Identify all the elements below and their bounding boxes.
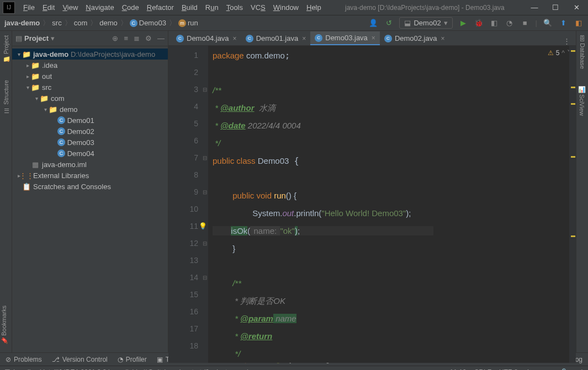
navigation-bar: java-demo〉 src〉 com〉 demo〉 CDemo03〉 mrun…	[0, 15, 588, 31]
left-tool-strip: 📁 Project ☰ Structure	[0, 31, 12, 352]
tab-demo04[interactable]: CDemo04.java×	[172, 31, 241, 45]
tree-demo[interactable]: ▾📁demo	[12, 104, 168, 115]
tool-problems[interactable]: ⊘Problems	[6, 356, 42, 363]
tree-scratches[interactable]: 📋Scratches and Consoles	[12, 181, 168, 192]
menu-view[interactable]: View	[59, 2, 81, 13]
code-content[interactable]: package com.demo; /** * @author 水滴 * @da…	[208, 46, 569, 363]
tool-profiler[interactable]: ◔Profiler	[118, 356, 147, 363]
tree-idea[interactable]: ▸📁.idea	[12, 60, 168, 71]
tree-out[interactable]: ▸📁out	[12, 71, 168, 82]
main-menu: File Edit View Navigate Code Refactor Bu…	[20, 2, 325, 13]
gutter[interactable]: 123⊟4567⊟89⊟1011💡12⊟1314⊟15161718	[168, 46, 208, 363]
close-button[interactable]: ✕	[567, 1, 586, 14]
error-stripe[interactable]	[569, 46, 576, 363]
expand-all-icon[interactable]: ≡	[124, 34, 128, 42]
bookmarks-tool[interactable]: 🔖 Bookmarks	[0, 305, 12, 345]
tool-project[interactable]: 📁 Project	[2, 35, 9, 63]
crumb-src[interactable]: src〉	[52, 18, 71, 28]
stop-button[interactable]: ■	[520, 18, 530, 28]
menu-vcs[interactable]: VCS	[247, 2, 269, 13]
coverage-button[interactable]: ◧	[489, 18, 499, 28]
menu-window[interactable]: Window	[270, 2, 302, 13]
right-tool-strip: 🗄 Database 📊 SciView	[576, 31, 588, 352]
tree-external[interactable]: ▸⋮⋮External Libraries	[12, 170, 168, 181]
tree-demo03[interactable]: C Demo03	[12, 137, 168, 148]
close-icon[interactable]: ×	[302, 35, 306, 42]
readonly-icon[interactable]: 🔓	[560, 368, 568, 371]
title-bar: IJ File Edit View Navigate Code Refactor…	[0, 0, 588, 15]
crumb-project[interactable]: java-demo〉	[4, 18, 50, 28]
back-arrow-icon[interactable]: ↺	[384, 18, 394, 28]
crumb-class[interactable]: CDemo03〉	[130, 18, 176, 28]
tree-com[interactable]: ▾📁com	[12, 93, 168, 104]
menu-code[interactable]: Code	[119, 2, 142, 13]
tree-demo01[interactable]: C Demo01	[12, 115, 168, 126]
indent[interactable]: 4 spaces	[526, 368, 552, 371]
project-tree-panel: ▤Project▾ ⊕ ≡ ≣ ⚙ — ▾📁java-demo D:\IdeaP…	[12, 31, 168, 352]
tabs-more-icon[interactable]: ⋮	[558, 37, 576, 45]
window-title: java-demo [D:\IdeaProjects\java-demo] - …	[325, 4, 525, 12]
editor: CDemo04.java× CDemo01.java× CDemo03.java…	[168, 31, 576, 352]
menu-navigate[interactable]: Navigate	[82, 2, 117, 13]
settings-icon[interactable]: ⚙	[145, 34, 152, 42]
tool-sciview[interactable]: 📊 SciView	[579, 85, 586, 116]
ide-icon[interactable]: ◧	[574, 18, 584, 28]
intention-bulb-icon[interactable]: 💡	[199, 218, 207, 235]
add-user-icon[interactable]: 👤	[368, 18, 378, 28]
close-icon[interactable]: ×	[233, 35, 237, 42]
menu-refactor[interactable]: Refactor	[144, 2, 177, 13]
run-config-selector[interactable]: ⬓Demo02▾	[399, 17, 452, 29]
status-message[interactable]: Localized IntelliJ IDEA 2021.3.3 is avai…	[13, 368, 250, 371]
tree-demo04[interactable]: C Demo04	[12, 148, 168, 159]
breadcrumb: java-demo〉 src〉 com〉 demo〉 CDemo03〉 mrun	[4, 18, 368, 28]
tool-database[interactable]: 🗄 Database	[579, 35, 586, 69]
tool-vcs[interactable]: ⎇Version Control	[52, 356, 108, 363]
menu-edit[interactable]: Edit	[39, 2, 58, 13]
hide-icon[interactable]: —	[157, 34, 165, 42]
sync-icon[interactable]: ⬆	[558, 18, 568, 28]
debug-button[interactable]: 🐞	[474, 18, 484, 28]
app-logo: IJ	[3, 2, 15, 14]
tool-structure[interactable]: ☰ Structure	[2, 80, 9, 114]
menu-tools[interactable]: Tools	[223, 2, 246, 13]
profile-button[interactable]: ◔	[505, 18, 515, 28]
tree-iml[interactable]: ▦java-demo.iml	[12, 159, 168, 170]
cursor-position[interactable]: 11:19	[450, 368, 467, 371]
search-icon[interactable]: 🔍	[543, 18, 553, 28]
menu-run[interactable]: Run	[202, 2, 222, 13]
menu-build[interactable]: Build	[178, 2, 201, 13]
crumb-method[interactable]: mrun	[178, 19, 198, 27]
close-icon[interactable]: ×	[441, 35, 444, 42]
crumb-demo[interactable]: demo〉	[99, 18, 128, 28]
project-tree: ▾📁java-demo D:\IdeaProjects\java-demo ▸📁…	[12, 46, 168, 352]
tree-src[interactable]: ▾📁src	[12, 82, 168, 93]
tree-demo02[interactable]: C Demo02	[12, 126, 168, 137]
crumb-com[interactable]: com〉	[74, 18, 98, 28]
maximize-button[interactable]: ☐	[546, 1, 565, 14]
run-button[interactable]: ▶	[458, 18, 468, 28]
select-opened-icon[interactable]: ⊕	[112, 34, 118, 42]
menu-file[interactable]: File	[20, 2, 38, 13]
status-icon[interactable]: ☐	[4, 368, 10, 371]
inspection-widget[interactable]: ⚠5^˅	[548, 49, 570, 57]
encoding[interactable]: UTF-8	[499, 368, 518, 371]
menu-help[interactable]: Help	[303, 2, 325, 13]
minimize-button[interactable]: —	[525, 1, 544, 14]
tree-root[interactable]: ▾📁java-demo D:\IdeaProjects\java-demo	[12, 49, 168, 60]
tab-demo02[interactable]: CDemo02.java×	[380, 31, 449, 45]
tab-demo01[interactable]: CDemo01.java×	[241, 31, 311, 45]
status-bar: ☐Localized IntelliJ IDEA 2021.3.3 is ava…	[0, 366, 588, 370]
close-icon[interactable]: ×	[372, 34, 375, 42]
tab-demo03[interactable]: CDemo03.java×	[310, 31, 380, 45]
collapse-all-icon[interactable]: ≣	[134, 34, 140, 42]
branch-icon[interactable]: ⎇	[576, 368, 584, 371]
tree-header[interactable]: ▤Project▾	[15, 34, 112, 42]
editor-tabs: CDemo04.java× CDemo01.java× CDemo03.java…	[168, 31, 576, 46]
line-separator[interactable]: CRLF	[474, 368, 491, 371]
